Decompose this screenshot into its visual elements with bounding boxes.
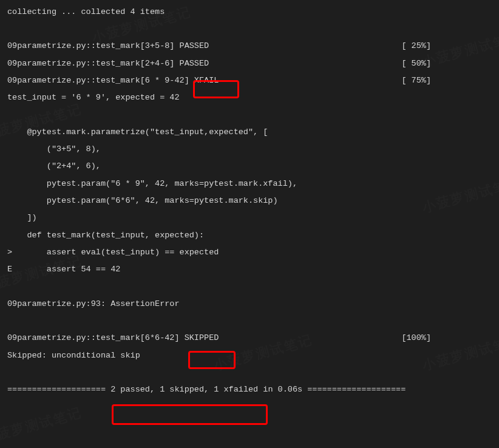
- code-line: def test_mark(test_input, expected):: [7, 227, 497, 244]
- code-line: @pytest.mark.parametrize("test_input,exp…: [7, 124, 497, 141]
- summary-line: ==================== 2 passed, 1 skipped…: [7, 381, 497, 398]
- summary-prefix: ====================: [7, 385, 110, 394]
- skipped-status: SKIPPED: [185, 333, 219, 342]
- result-name: 09parametrize.py::test_mark[6 * 9-42] XF…: [7, 72, 219, 89]
- test-name-prefix: 09parametrize.py::test_mark[6*6-42]: [7, 333, 185, 342]
- result-name: 09parametrize.py::test_mark[2+4-6] PASSE…: [7, 55, 209, 72]
- code-line: ("2+4", 6),: [7, 158, 497, 175]
- result-percent: [100%]: [401, 330, 497, 347]
- code-line: pytest.param("6*6", 42, marks=pytest.mar…: [7, 192, 497, 209]
- code-line: pytest.param("6 * 9", 42, marks=pytest.m…: [7, 175, 497, 192]
- result-name: 09parametrize.py::test_mark[6*6-42] SKIP…: [7, 330, 219, 347]
- code-line: ("3+5", 8),: [7, 141, 497, 158]
- result-percent: [ 25%]: [401, 38, 497, 55]
- result-name: 09parametrize.py::test_mark[3+5-8] PASSE…: [7, 38, 209, 55]
- code-line: ]): [7, 209, 497, 226]
- summary-body: 2 passed, 1 skipped, 1 xfailed i: [110, 385, 268, 394]
- result-row: 09parametrize.py::test_mark[3+5-8] PASSE…: [7, 38, 497, 55]
- result-percent: [ 50%]: [401, 55, 497, 72]
- summary-suffix: n 0.06s ====================: [268, 385, 406, 394]
- watermark: 小菠萝测试笔记: [0, 400, 86, 448]
- result-row: 09parametrize.py::test_mark[2+4-6] PASSE…: [7, 55, 497, 72]
- code-line: E assert 54 == 42: [7, 261, 497, 278]
- detail-header: test_input = '6 * 9', expected = 42: [7, 89, 497, 106]
- test-name-prefix: 09parametrize.py::test_mark[6 * 9-42]: [7, 76, 194, 85]
- assertion-line: 09parametrize.py:93: AssertionError: [7, 296, 497, 313]
- skip-reason: Skipped: unconditional skip: [7, 347, 497, 364]
- code-line: > assert eval(test_input) == expected: [7, 244, 497, 261]
- result-row: 09parametrize.py::test_mark[6 * 9-42] XF…: [7, 72, 497, 89]
- xfail-status: XFAIL: [194, 76, 219, 85]
- highlight-summary: [112, 404, 268, 425]
- collecting-line: collecting ... collected 4 items: [7, 4, 497, 21]
- result-percent: [ 75%]: [401, 72, 497, 89]
- result-row: 09parametrize.py::test_mark[6*6-42] SKIP…: [7, 330, 497, 347]
